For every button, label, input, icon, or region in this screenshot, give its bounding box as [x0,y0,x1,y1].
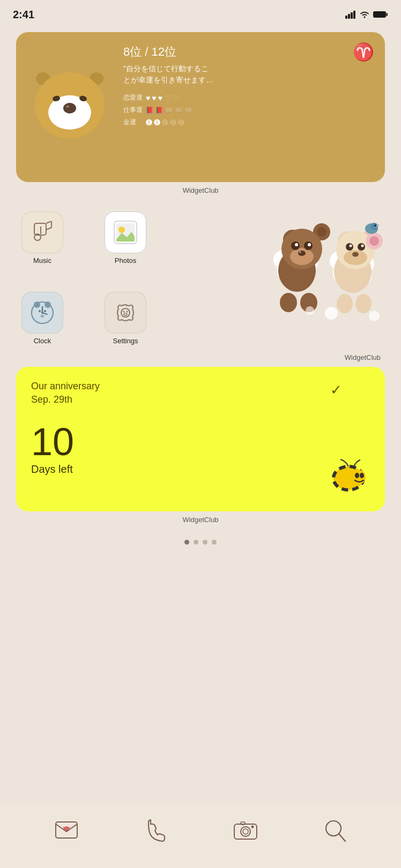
money-fortune-label: 金運 [123,118,144,127]
horoscope-quote: "自分を信じて行動することが幸運を引き寄せます… [123,63,374,86]
checkmark-decoration: ✓ [330,382,342,398]
svg-point-93 [355,473,359,478]
svg-rect-6 [374,12,385,17]
svg-rect-1 [348,14,350,19]
svg-point-74 [325,307,338,320]
anniversary-widget[interactable]: Our anniversarySep. 29th ✓ 10 Days left [16,367,385,511]
battery-icon [373,10,388,19]
svg-point-17 [66,105,69,108]
svg-point-43 [308,243,311,246]
svg-rect-0 [345,16,347,19]
svg-point-4 [364,17,366,18]
status-time: 2:41 [13,9,34,21]
svg-point-84 [44,310,46,312]
page-dot-1[interactable] [184,540,189,545]
work-fortune-row: 仕事運 📕 📕 📖 📖 📖 [123,105,374,115]
photos-icon [112,219,139,246]
page-dots [0,540,401,545]
rilakkuma-svg [256,201,385,340]
svg-point-79 [34,301,40,308]
dock [0,804,401,868]
svg-point-97 [241,827,250,836]
search-icon [324,819,346,842]
anniversary-sublabel: Days left [31,463,372,475]
bee-decoration [322,451,370,496]
clock-icon [30,300,55,325]
svg-point-45 [299,251,301,253]
svg-point-83 [39,310,41,312]
svg-point-66 [361,245,364,247]
page-dot-3[interactable] [203,540,207,545]
rilakkuma-decoration [256,201,385,345]
svg-point-73 [355,294,372,313]
signal-icon [345,10,356,19]
svg-point-80 [44,301,51,308]
svg-point-16 [63,103,76,114]
love-fortune-row: 恋愛運 ♥ ♥ ♥ ♡ ♡ [123,93,374,102]
horoscope-rank: 8位 / 12位 [123,44,374,60]
anniversary-days: 10 [31,422,372,461]
music-app-label: Music [33,256,51,265]
svg-point-61 [369,236,379,246]
svg-line-21 [46,228,51,230]
svg-point-98 [243,829,248,834]
settings-app-icon[interactable] [105,292,146,334]
svg-rect-99 [241,822,245,825]
work-fortune-icons: 📕 📕 📖 📖 📖 [146,107,192,114]
horoscope-content: 8位 / 12位 "自分を信じて行動することが幸運を引き寄せます… 恋愛運 ♥ … [118,44,374,171]
dock-item-search[interactable] [320,816,350,846]
music-app-icon[interactable] [21,212,63,253]
bee-svg [322,451,370,494]
mail-icon [55,821,78,840]
svg-point-94 [360,473,364,478]
horoscope-widget[interactable]: 8位 / 12位 "自分を信じて行動することが幸運を引き寄せます… 恋愛運 ♥ … [16,32,385,182]
money-fortune-icons: 🅢 🅢 🅢 🅢 🅢 [146,119,184,126]
svg-point-64 [358,243,365,251]
work-fortune-label: 仕事運 [123,105,144,115]
photos-app-label: Photos [115,256,136,265]
page-dot-4[interactable] [212,540,217,545]
anniversary-title: Our anniversarySep. 29th [31,380,372,406]
svg-point-67 [352,252,359,257]
clock-app-label: Clock [34,337,51,345]
svg-point-75 [369,311,380,321]
dock-item-camera[interactable] [231,816,261,846]
app-item-music[interactable]: Music [21,212,63,265]
svg-point-87 [123,311,125,313]
svg-point-63 [346,243,353,251]
svg-point-30 [317,227,326,237]
wifi-icon [359,10,370,19]
app-item-clock[interactable]: Clock [21,292,63,345]
settings-icon [113,300,138,325]
phone-icon [146,819,166,842]
app-item-photos[interactable]: Photos [105,212,146,265]
svg-rect-7 [387,13,388,16]
page-dot-2[interactable] [194,540,198,545]
love-fortune-icons: ♥ ♥ ♥ ♡ ♡ [146,94,180,102]
photos-app-icon[interactable] [105,212,146,253]
svg-point-26 [118,227,125,233]
svg-point-89 [124,313,127,315]
settings-app-label: Settings [113,337,138,345]
clock-app-icon[interactable] [21,292,63,334]
camera-icon [233,820,258,841]
bear-face-decoration [27,55,118,146]
app-grid-area: Music Photos [11,201,390,367]
app-item-settings[interactable]: Settings [105,292,146,345]
dock-item-messages[interactable] [51,816,81,846]
svg-point-76 [306,306,314,315]
svg-line-19 [46,221,51,223]
money-fortune-row: 金運 🅢 🅢 🅢 🅢 🅢 [123,118,374,127]
music-icon [31,221,54,244]
dock-item-phone[interactable] [141,816,171,846]
svg-point-42 [295,243,298,246]
svg-point-72 [337,294,353,313]
svg-point-44 [298,251,306,256]
status-bar: 2:41 [0,0,401,27]
svg-rect-2 [351,12,353,19]
love-fortune-label: 恋愛運 [123,93,144,102]
anniversary-widget-label: WidgetClub [0,516,401,524]
svg-point-39 [290,248,314,265]
svg-point-85 [41,312,43,314]
svg-point-88 [127,311,128,313]
